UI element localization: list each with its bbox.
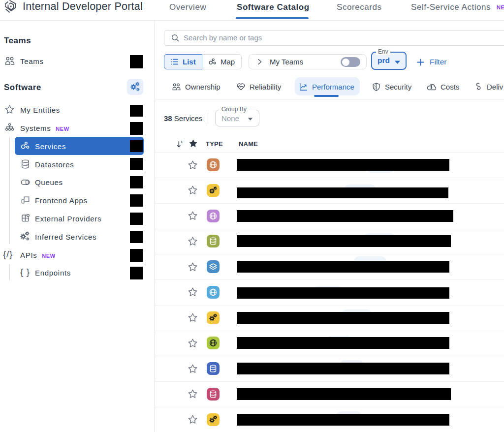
svg-text:1: 1 [181, 140, 183, 144]
